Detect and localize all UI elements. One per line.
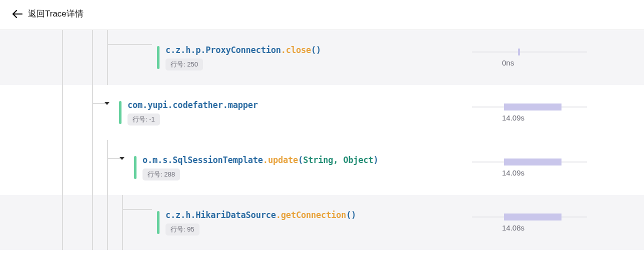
tree-indent (12, 150, 134, 185)
trace-row[interactable]: o.m.s.SqlSessionTemplate.update(String, … (0, 140, 644, 195)
arrow-left-icon (12, 10, 23, 18)
duration-timeline: 14.09s (472, 158, 632, 177)
tree-indent (12, 205, 157, 240)
severity-bar (134, 156, 136, 179)
method-signature: o.m.s.SqlSessionTemplate.update(String, … (142, 155, 378, 165)
method-signature: c.z.h.p.ProxyConnection.close() (166, 45, 321, 55)
line-number-badge: 行号: -1 (128, 114, 160, 126)
span-info: com.yupi.codefather.mapper行号: -1 (119, 100, 460, 126)
duration-timeline: 14.08s (472, 214, 632, 232)
line-number-badge: 行号: 288 (142, 168, 180, 180)
duration-timeline: 0ns (472, 48, 632, 67)
trace-row[interactable]: c.z.h.p.ProxyConnection.close()行号: 2500n… (0, 30, 644, 85)
duration-label: 14.09s (502, 168, 632, 177)
span-info: c.z.h.p.ProxyConnection.close()行号: 250 (157, 45, 460, 70)
trace-row[interactable]: com.yupi.codefather.mapper行号: -114.09s (0, 85, 644, 140)
method-signature: com.yupi.codefather.mapper (128, 100, 258, 110)
header-title: 返回Trace详情 (28, 8, 84, 20)
caret-down-icon[interactable] (120, 157, 124, 160)
duration-label: 14.09s (502, 114, 632, 122)
duration-label: 0ns (502, 58, 632, 67)
trace-row[interactable]: c.z.h.HikariDataSource.getConnection()行号… (0, 195, 644, 250)
span-info: o.m.s.SqlSessionTemplate.update(String, … (134, 155, 460, 180)
caret-down-icon[interactable] (104, 102, 110, 105)
duration-label: 14.08s (502, 224, 632, 232)
tree-indent (12, 40, 157, 75)
line-number-badge: 行号: 95 (166, 224, 200, 236)
severity-bar (119, 101, 122, 124)
duration-timeline: 14.09s (472, 104, 632, 122)
method-signature: c.z.h.HikariDataSource.getConnection() (166, 210, 356, 220)
span-info: c.z.h.HikariDataSource.getConnection()行号… (157, 210, 460, 236)
tree-indent (12, 95, 119, 130)
header-back[interactable]: 返回Trace详情 (0, 0, 644, 30)
severity-bar (157, 46, 160, 69)
trace-tree: c.z.h.p.ProxyConnection.close()行号: 2500n… (0, 30, 644, 250)
line-number-badge: 行号: 250 (166, 58, 203, 70)
severity-bar (157, 211, 160, 234)
